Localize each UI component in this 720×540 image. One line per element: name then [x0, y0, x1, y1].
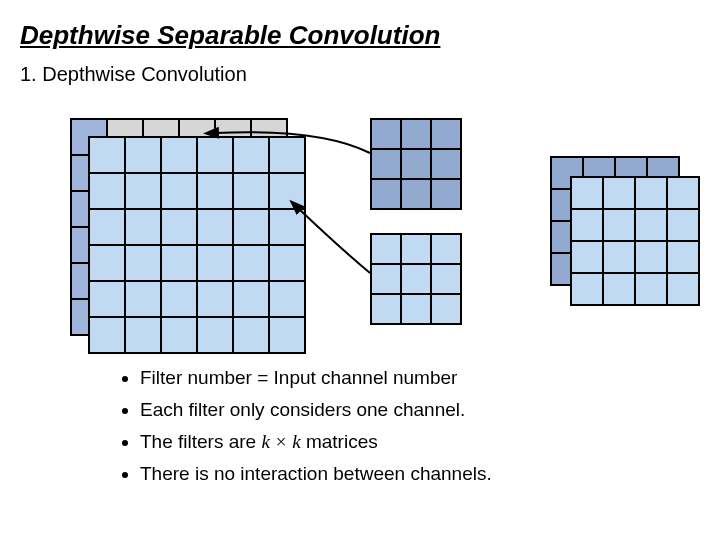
- depthwise-diagram: [40, 98, 680, 348]
- bullet-3-math: k × k: [261, 431, 300, 452]
- bullet-3: The filters are k × k matrices: [140, 431, 700, 453]
- bullet-2: Each filter only considers one channel.: [140, 399, 700, 421]
- arrow-filter1-to-input: [40, 98, 680, 358]
- section-subtitle: 1. Depthwise Convolution: [20, 63, 700, 86]
- bullet-list: Filter number = Input channel number Eac…: [100, 367, 700, 485]
- bullet-1: Filter number = Input channel number: [140, 367, 700, 389]
- bullet-4: There is no interaction between channels…: [140, 463, 700, 485]
- bullet-3-suffix: matrices: [301, 431, 378, 452]
- page-title: Depthwise Separable Convolution: [20, 20, 700, 51]
- bullet-3-prefix: The filters are: [140, 431, 261, 452]
